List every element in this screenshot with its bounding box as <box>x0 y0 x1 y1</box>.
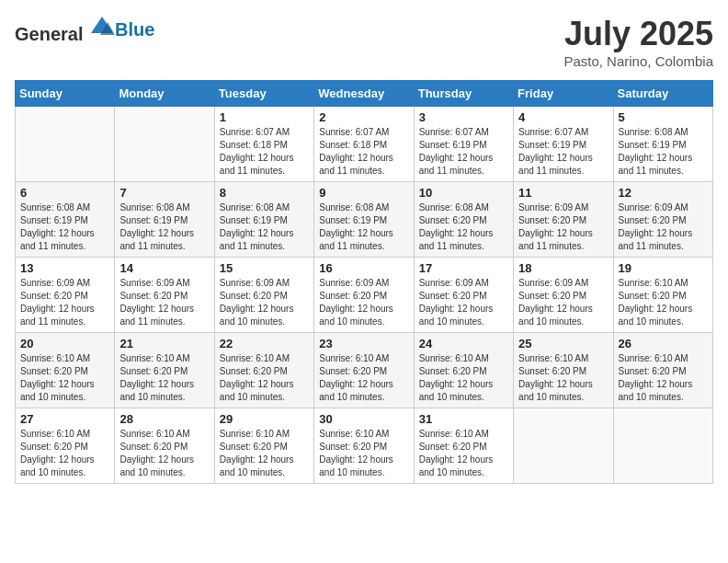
day-number: 4 <box>518 110 608 124</box>
calendar-day-header: Monday <box>115 81 214 107</box>
calendar-day-header: Wednesday <box>314 81 414 107</box>
main-title: July 2025 <box>563 15 713 53</box>
day-info: Sunrise: 6:08 AM Sunset: 6:19 PM Dayligh… <box>220 201 309 253</box>
day-info: Sunrise: 6:10 AM Sunset: 6:20 PM Dayligh… <box>419 352 508 404</box>
calendar-cell: 8Sunrise: 6:08 AM Sunset: 6:19 PM Daylig… <box>214 182 313 258</box>
day-info: Sunrise: 6:08 AM Sunset: 6:19 PM Dayligh… <box>619 126 708 178</box>
day-info: Sunrise: 6:10 AM Sunset: 6:20 PM Dayligh… <box>419 428 508 479</box>
logo: General Blue <box>15 15 154 45</box>
day-info: Sunrise: 6:10 AM Sunset: 6:20 PM Dayligh… <box>20 352 109 404</box>
calendar-cell: 25Sunrise: 6:10 AM Sunset: 6:20 PM Dayli… <box>514 333 613 408</box>
calendar-cell <box>613 408 712 484</box>
day-info: Sunrise: 6:09 AM Sunset: 6:20 PM Dayligh… <box>419 277 508 328</box>
day-info: Sunrise: 6:09 AM Sunset: 6:20 PM Dayligh… <box>319 277 408 328</box>
day-number: 7 <box>119 186 209 200</box>
day-info: Sunrise: 6:10 AM Sunset: 6:20 PM Dayligh… <box>619 352 708 404</box>
day-number: 21 <box>119 337 209 350</box>
calendar-cell: 18Sunrise: 6:09 AM Sunset: 6:20 PM Dayli… <box>514 258 613 333</box>
day-number: 17 <box>419 261 508 275</box>
day-info: Sunrise: 6:10 AM Sunset: 6:20 PM Dayligh… <box>319 428 408 479</box>
calendar-cell: 21Sunrise: 6:10 AM Sunset: 6:20 PM Dayli… <box>115 333 214 408</box>
calendar-table: SundayMondayTuesdayWednesdayThursdayFrid… <box>15 80 713 484</box>
day-number: 25 <box>518 337 608 350</box>
calendar-cell: 6Sunrise: 6:08 AM Sunset: 6:19 PM Daylig… <box>16 182 115 258</box>
calendar-cell: 3Sunrise: 6:07 AM Sunset: 6:19 PM Daylig… <box>414 107 513 182</box>
day-number: 24 <box>419 337 508 350</box>
day-number: 11 <box>518 186 608 200</box>
calendar-cell: 29Sunrise: 6:10 AM Sunset: 6:20 PM Dayli… <box>214 408 313 484</box>
calendar-cell: 30Sunrise: 6:10 AM Sunset: 6:20 PM Dayli… <box>314 408 414 484</box>
calendar-cell: 7Sunrise: 6:08 AM Sunset: 6:19 PM Daylig… <box>115 182 214 258</box>
calendar-cell <box>16 107 115 182</box>
day-number: 29 <box>220 412 309 426</box>
day-info: Sunrise: 6:07 AM Sunset: 6:18 PM Dayligh… <box>319 126 408 178</box>
logo-general: General <box>15 24 83 44</box>
logo-blue: Blue <box>115 19 154 40</box>
day-info: Sunrise: 6:07 AM Sunset: 6:19 PM Dayligh… <box>518 126 608 178</box>
calendar-header-row: SundayMondayTuesdayWednesdayThursdayFrid… <box>16 81 713 107</box>
day-info: Sunrise: 6:09 AM Sunset: 6:20 PM Dayligh… <box>220 277 309 328</box>
calendar-cell: 20Sunrise: 6:10 AM Sunset: 6:20 PM Dayli… <box>16 333 115 408</box>
calendar-cell: 28Sunrise: 6:10 AM Sunset: 6:20 PM Dayli… <box>115 408 214 484</box>
calendar-cell: 4Sunrise: 6:07 AM Sunset: 6:19 PM Daylig… <box>514 107 613 182</box>
day-info: Sunrise: 6:10 AM Sunset: 6:20 PM Dayligh… <box>619 277 708 328</box>
day-info: Sunrise: 6:09 AM Sunset: 6:20 PM Dayligh… <box>619 201 708 253</box>
day-info: Sunrise: 6:08 AM Sunset: 6:19 PM Dayligh… <box>20 201 109 253</box>
day-number: 27 <box>20 412 109 426</box>
calendar-cell <box>115 107 214 182</box>
calendar-cell <box>514 408 613 484</box>
day-number: 1 <box>220 110 309 124</box>
day-number: 16 <box>319 261 408 275</box>
day-number: 14 <box>119 261 209 275</box>
calendar-cell: 9Sunrise: 6:08 AM Sunset: 6:19 PM Daylig… <box>314 182 414 258</box>
calendar-cell: 14Sunrise: 6:09 AM Sunset: 6:20 PM Dayli… <box>115 258 214 333</box>
day-number: 18 <box>518 261 608 275</box>
day-info: Sunrise: 6:10 AM Sunset: 6:20 PM Dayligh… <box>220 352 309 404</box>
calendar-day-header: Saturday <box>613 81 712 107</box>
day-number: 6 <box>20 186 109 200</box>
day-number: 5 <box>619 110 708 124</box>
day-number: 19 <box>619 261 708 275</box>
title-block: July 2025 Pasto, Narino, Colombia <box>563 15 713 69</box>
calendar-cell: 11Sunrise: 6:09 AM Sunset: 6:20 PM Dayli… <box>514 182 613 258</box>
day-number: 2 <box>319 110 408 124</box>
calendar-week-row: 1Sunrise: 6:07 AM Sunset: 6:18 PM Daylig… <box>16 107 713 182</box>
day-info: Sunrise: 6:10 AM Sunset: 6:20 PM Dayligh… <box>119 428 209 479</box>
calendar-cell: 24Sunrise: 6:10 AM Sunset: 6:20 PM Dayli… <box>414 333 513 408</box>
day-info: Sunrise: 6:09 AM Sunset: 6:20 PM Dayligh… <box>518 201 608 253</box>
calendar-cell: 13Sunrise: 6:09 AM Sunset: 6:20 PM Dayli… <box>16 258 115 333</box>
day-info: Sunrise: 6:09 AM Sunset: 6:20 PM Dayligh… <box>20 277 109 328</box>
calendar-cell: 10Sunrise: 6:08 AM Sunset: 6:20 PM Dayli… <box>414 182 513 258</box>
day-number: 10 <box>419 186 508 200</box>
day-number: 31 <box>419 412 508 426</box>
calendar-week-row: 6Sunrise: 6:08 AM Sunset: 6:19 PM Daylig… <box>16 182 713 258</box>
calendar-day-header: Thursday <box>414 81 513 107</box>
calendar-cell: 15Sunrise: 6:09 AM Sunset: 6:20 PM Dayli… <box>214 258 313 333</box>
calendar-day-header: Friday <box>514 81 613 107</box>
calendar-week-row: 13Sunrise: 6:09 AM Sunset: 6:20 PM Dayli… <box>16 258 713 333</box>
day-number: 30 <box>319 412 408 426</box>
day-info: Sunrise: 6:10 AM Sunset: 6:20 PM Dayligh… <box>518 352 608 404</box>
day-info: Sunrise: 6:10 AM Sunset: 6:20 PM Dayligh… <box>319 352 408 404</box>
day-number: 12 <box>619 186 708 200</box>
day-info: Sunrise: 6:08 AM Sunset: 6:19 PM Dayligh… <box>319 201 408 253</box>
day-info: Sunrise: 6:10 AM Sunset: 6:20 PM Dayligh… <box>220 428 309 479</box>
day-number: 15 <box>220 261 309 275</box>
day-number: 28 <box>119 412 209 426</box>
day-number: 8 <box>220 186 309 200</box>
calendar-cell: 12Sunrise: 6:09 AM Sunset: 6:20 PM Dayli… <box>613 182 712 258</box>
day-info: Sunrise: 6:10 AM Sunset: 6:20 PM Dayligh… <box>20 428 109 479</box>
day-number: 23 <box>319 337 408 350</box>
day-info: Sunrise: 6:07 AM Sunset: 6:19 PM Dayligh… <box>419 126 508 178</box>
day-info: Sunrise: 6:09 AM Sunset: 6:20 PM Dayligh… <box>518 277 608 328</box>
calendar-cell: 2Sunrise: 6:07 AM Sunset: 6:18 PM Daylig… <box>314 107 414 182</box>
logo-icon <box>89 15 115 40</box>
calendar-cell: 1Sunrise: 6:07 AM Sunset: 6:18 PM Daylig… <box>214 107 313 182</box>
calendar-cell: 27Sunrise: 6:10 AM Sunset: 6:20 PM Dayli… <box>16 408 115 484</box>
calendar-week-row: 20Sunrise: 6:10 AM Sunset: 6:20 PM Dayli… <box>16 333 713 408</box>
calendar-cell: 5Sunrise: 6:08 AM Sunset: 6:19 PM Daylig… <box>613 107 712 182</box>
calendar-cell: 17Sunrise: 6:09 AM Sunset: 6:20 PM Dayli… <box>414 258 513 333</box>
calendar-cell: 16Sunrise: 6:09 AM Sunset: 6:20 PM Dayli… <box>314 258 414 333</box>
day-number: 9 <box>319 186 408 200</box>
day-number: 22 <box>220 337 309 350</box>
